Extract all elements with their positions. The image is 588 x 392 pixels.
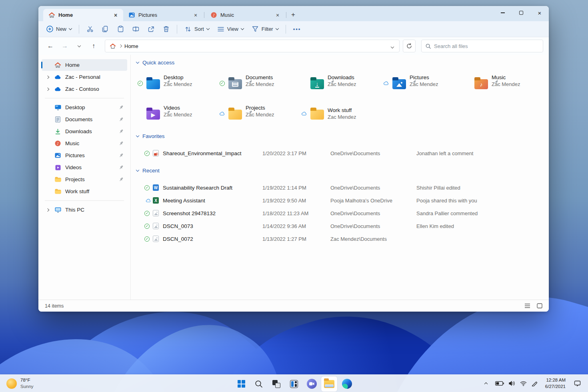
folder-icon xyxy=(54,176,61,183)
music-icon: ♪ xyxy=(54,140,61,147)
quick-access-tile-videos[interactable]: ▶ Videos Zac Mendez xyxy=(136,100,218,127)
synced-status-icon: ✓ xyxy=(144,211,150,216)
delete-button[interactable] xyxy=(159,23,173,35)
hidden-icons-button[interactable] xyxy=(482,382,490,385)
cloud-status-icon xyxy=(144,199,152,202)
cut-button[interactable] xyxy=(83,23,97,35)
battery-icon[interactable] xyxy=(495,381,504,386)
tab-close-icon[interactable]: × xyxy=(191,11,200,20)
file-row[interactable]: ✓ Shareout_Environmental_Impact 1/20/202… xyxy=(136,147,545,160)
filter-icon xyxy=(252,26,259,33)
file-explorer-taskbar-button[interactable] xyxy=(321,376,337,392)
quick-access-tile-music[interactable]: ♪ Music Zac Mendez xyxy=(464,70,546,96)
items-view: Quick access ✓ Desktop Zac Mendez ✓ xyxy=(131,55,549,300)
file-row[interactable]: ✓ W Sustainability Research Draft 1/19/2… xyxy=(136,181,545,194)
folder-icon xyxy=(54,188,61,195)
quick-access-tile-desktop[interactable]: ✓ Desktop Zac Mendez xyxy=(136,70,218,96)
sidebar-item-label: Home xyxy=(65,62,80,68)
file-row[interactable]: X Meeting Assistant 1/19/2022 9:50 AM Po… xyxy=(136,194,545,207)
widgets-icon xyxy=(290,380,298,388)
sidebar-item-home[interactable]: Home xyxy=(42,59,127,71)
chat-button[interactable] xyxy=(304,376,320,392)
share-button[interactable] xyxy=(144,23,158,35)
file-row[interactable]: ✓ DSCN_0072 1/13/2022 1:27 PM Zac Mendez… xyxy=(136,232,545,245)
copy-button[interactable] xyxy=(98,23,112,35)
sort-button[interactable]: Sort xyxy=(181,23,213,35)
quick-access-tile-projects[interactable]: Projects Zac Mendez xyxy=(218,100,300,127)
minimize-button[interactable] xyxy=(494,6,512,20)
task-view-button[interactable] xyxy=(268,376,284,392)
chevron-down-icon xyxy=(275,27,278,30)
details-view-button[interactable] xyxy=(524,303,530,308)
sidebar-item-onedrive-contoso[interactable]: Zac - Contoso xyxy=(42,83,127,95)
close-button[interactable]: × xyxy=(530,6,549,20)
section-header-favorites[interactable]: Favorites xyxy=(136,130,545,142)
search-input[interactable] xyxy=(434,43,539,49)
file-row[interactable]: ✓ Screenshot 29478132 1/18/2022 11:23 AM… xyxy=(136,207,545,220)
tab-music[interactable]: ♪ Music × xyxy=(205,9,285,21)
home-icon xyxy=(54,62,61,68)
pen-icon[interactable] xyxy=(532,381,537,386)
minimize-icon xyxy=(501,12,505,13)
expand-chevron-icon[interactable] xyxy=(46,88,54,90)
taskbar-search-button[interactable] xyxy=(251,376,267,392)
paste-button[interactable] xyxy=(113,23,128,35)
more-options-button[interactable]: ••• xyxy=(290,23,304,35)
quick-access-tile-pictures[interactable]: Pictures Zac Mendez xyxy=(382,70,464,96)
tab-home[interactable]: Home × xyxy=(43,9,123,21)
search-box[interactable] xyxy=(421,40,543,52)
file-row[interactable]: ✓ DSCN_0073 1/14/2022 9:36 AM OneDrive\D… xyxy=(136,220,545,232)
notification-center-button[interactable] xyxy=(570,380,584,386)
maximize-button[interactable] xyxy=(512,6,530,20)
refresh-button[interactable] xyxy=(403,40,416,52)
sidebar-item-work-stuff[interactable]: Work stuff xyxy=(42,186,127,197)
sidebar-item-onedrive-personal[interactable]: Zac - Personal xyxy=(42,71,127,83)
documents-folder-icon xyxy=(228,79,242,89)
filter-button[interactable]: Filter xyxy=(248,23,282,35)
section-header-quick-access[interactable]: Quick access xyxy=(136,56,545,68)
clock[interactable]: 12:28 AM 6/27/2021 xyxy=(542,377,569,390)
section-header-recent[interactable]: Recent xyxy=(136,164,545,176)
sidebar-item-music[interactable]: ♪ Music xyxy=(42,138,127,149)
new-button[interactable]: New xyxy=(42,23,75,35)
sidebar-item-downloads[interactable]: Downloads xyxy=(42,126,127,137)
synced-status-icon: ✓ xyxy=(144,185,150,190)
edge-browser-button[interactable] xyxy=(339,376,355,392)
breadcrumb[interactable]: Home xyxy=(124,43,138,49)
view-button[interactable]: View xyxy=(214,23,247,35)
volume-icon[interactable] xyxy=(509,381,515,386)
large-thumbnails-view-button[interactable] xyxy=(537,303,542,308)
notification-icon xyxy=(574,380,581,386)
quick-access-tile-work-stuff[interactable]: Work stuff Zac Mendez xyxy=(300,100,382,127)
system-tray: 12:28 AM 6/27/2021 xyxy=(482,375,588,392)
section-title: Quick access xyxy=(142,60,174,66)
expand-chevron-icon[interactable] xyxy=(46,76,54,78)
widgets-button[interactable] xyxy=(286,376,302,392)
up-button[interactable]: ↑ xyxy=(87,40,100,52)
tab-close-icon[interactable]: × xyxy=(111,11,120,20)
sidebar-item-documents[interactable]: Documents xyxy=(42,114,127,125)
rename-button[interactable] xyxy=(128,23,143,35)
wifi-icon[interactable] xyxy=(520,381,527,386)
start-button[interactable] xyxy=(233,376,249,392)
sidebar-item-projects[interactable]: Projects xyxy=(42,174,127,185)
tab-close-icon[interactable]: × xyxy=(273,11,282,20)
quick-access-tile-documents[interactable]: ✓ Documents Zac Mendez xyxy=(218,70,300,96)
new-tab-button[interactable]: + xyxy=(287,10,299,20)
address-dropdown-button[interactable] xyxy=(390,43,395,49)
sort-icon xyxy=(184,26,192,33)
back-button[interactable]: ← xyxy=(44,40,57,52)
sidebar-item-desktop[interactable]: Desktop xyxy=(42,102,127,113)
address-bar[interactable]: Home xyxy=(105,40,400,52)
quick-access-tile-downloads[interactable]: ↓ Downloads Zac Mendez xyxy=(300,70,382,96)
weather-widget[interactable]: 78°F Sunny xyxy=(0,375,40,392)
expand-chevron-icon[interactable] xyxy=(46,209,54,211)
forward-button[interactable]: → xyxy=(58,40,71,52)
tab-pictures[interactable]: Pictures × xyxy=(123,9,203,21)
recent-locations-button[interactable] xyxy=(73,40,86,52)
sidebar-item-videos[interactable]: Videos xyxy=(42,162,127,173)
sidebar-item-this-pc[interactable]: This PC xyxy=(42,204,127,216)
svg-text:♪: ♪ xyxy=(57,142,59,146)
sidebar-item-pictures[interactable]: Pictures xyxy=(42,150,127,161)
tab-separator xyxy=(204,12,204,18)
